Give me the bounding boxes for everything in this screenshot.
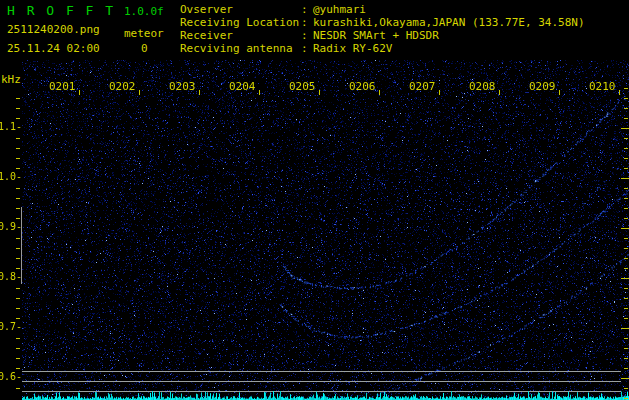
freq-axis-tick-right [624, 148, 628, 149]
time-axis-label: 0204 [229, 81, 256, 92]
freq-axis-label: 0.6- [0, 372, 22, 382]
info-value: Radix RY-62V [313, 42, 392, 55]
info-value: @yuhmari [313, 3, 366, 16]
freq-axis-tick-left [16, 98, 20, 99]
freq-axis-label: 0.8- [0, 272, 22, 282]
freq-axis-tick-right [624, 308, 628, 309]
freq-axis-tick-right [624, 248, 628, 249]
freq-axis-tick-left [16, 308, 20, 309]
freq-axis-tick-right [624, 138, 628, 139]
info-colon: : [301, 3, 313, 16]
freq-axis-tick-long-right [621, 378, 629, 379]
freq-axis-tick-long-right [621, 228, 629, 229]
time-axis-label: 0202 [109, 81, 136, 92]
freq-axis-tick-left [16, 188, 20, 189]
freq-axis-tick-long-right [621, 128, 629, 129]
freq-axis-tick-right [624, 218, 628, 219]
freq-axis-tick-right [624, 268, 628, 269]
hrofft-window: H R O F F T 1.0.0f 2511240200.png meteor… [0, 0, 629, 400]
freq-axis-tick-right [624, 368, 628, 369]
station-info: Ovserver:@yuhmariReceiving Location:kura… [180, 3, 585, 55]
freq-axis-tick-long-right [621, 328, 629, 329]
freq-axis-tick-right [624, 158, 628, 159]
freq-axis-unit: kHz [1, 73, 21, 86]
time-axis-tick [79, 90, 80, 95]
station-info-row: Receiving Location:kurashiki,Okayama,JAP… [180, 16, 585, 29]
time-axis-label: 0207 [409, 81, 436, 92]
freq-axis-tick-left [16, 348, 20, 349]
freq-axis-tick-left [16, 298, 20, 299]
freq-axis-tick-left [16, 338, 20, 339]
time-axis-tick [499, 90, 500, 95]
station-info-row: Recviving antenna:Radix RY-62V [180, 42, 585, 55]
info-colon: : [301, 16, 313, 29]
freq-axis-tick-right [624, 198, 628, 199]
freq-axis-tick-left [16, 288, 20, 289]
freq-axis-tick-left [16, 358, 20, 359]
timestamp: 25.11.24 02:00 [7, 42, 100, 55]
station-info-row: Receiver:NESDR SMArt + HDSDR [180, 29, 585, 42]
freq-axis-tick-left [16, 138, 20, 139]
freq-axis-tick-long-right [621, 278, 629, 279]
time-axis-label: 0210 [589, 81, 616, 92]
freq-axis-tick-right [624, 98, 628, 99]
time-axis-label: 0208 [469, 81, 496, 92]
freq-axis-label: 1.0- [0, 172, 22, 182]
freq-axis-tick-left [16, 208, 20, 209]
freq-axis-tick-left [16, 238, 20, 239]
freq-axis-tick-left [16, 368, 20, 369]
info-label: Ovserver [180, 3, 301, 16]
output-filename: 2511240200.png [7, 23, 100, 36]
freq-axis-tick-right [624, 348, 628, 349]
time-axis-tick [139, 90, 140, 95]
info-value: NESDR SMArt + HDSDR [313, 29, 439, 42]
info-value: kurashiki,Okayama,JAPAN (133.77E, 34.58N… [313, 16, 585, 29]
freq-axis-tick-left [16, 108, 20, 109]
freq-axis-tick-right [624, 118, 628, 119]
freq-axis-tick-right [624, 388, 628, 389]
time-axis-tick [319, 90, 320, 95]
meteor-counter-label: meteor [124, 27, 164, 40]
app-version: 1.0.0f [124, 5, 164, 18]
freq-axis-tick-left [16, 388, 20, 389]
freq-axis-tick-right [624, 168, 628, 169]
freq-axis-tick-left [16, 118, 20, 119]
freq-axis-tick-right [624, 238, 628, 239]
freq-axis-tick-right [624, 188, 628, 189]
freq-axis-tick-right [624, 298, 628, 299]
freq-axis-label: 0.9- [0, 222, 22, 232]
info-label: Receiver [180, 29, 301, 42]
time-axis-tick [559, 90, 560, 95]
freq-axis-tick-left [16, 268, 20, 269]
freq-axis-label: 1.1- [0, 122, 22, 132]
spectrogram-canvas [22, 60, 629, 400]
info-colon: : [301, 29, 313, 42]
time-axis-label: 0209 [529, 81, 556, 92]
time-axis-tick [259, 90, 260, 95]
freq-axis-tick-right [624, 358, 628, 359]
time-axis-label: 0206 [349, 81, 376, 92]
freq-axis-tick-left [16, 168, 20, 169]
info-label: Receiving Location [180, 16, 301, 29]
freq-axis-tick-right [624, 318, 628, 319]
time-axis-tick [439, 90, 440, 95]
station-info-row: Ovserver:@yuhmari [180, 3, 585, 16]
time-axis-tick [379, 90, 380, 95]
freq-axis-tick-right [624, 288, 628, 289]
time-axis-label: 0201 [49, 81, 76, 92]
freq-axis-tick-right [624, 398, 628, 399]
freq-axis-label: 0.7- [0, 322, 22, 332]
freq-axis-tick-right [624, 258, 628, 259]
time-axis-label: 0203 [169, 81, 196, 92]
info-colon: : [301, 42, 313, 55]
time-axis-tick [619, 90, 620, 95]
freq-axis-tick-left [16, 148, 20, 149]
time-axis-label: 0205 [289, 81, 316, 92]
freq-axis-tick-right [624, 88, 628, 89]
freq-axis-tick-left [16, 258, 20, 259]
freq-axis-tick-left [16, 218, 20, 219]
freq-axis-tick-right [624, 208, 628, 209]
freq-axis-tick-left [16, 248, 20, 249]
left-gray-bar [21, 207, 22, 284]
time-axis-tick [199, 90, 200, 95]
